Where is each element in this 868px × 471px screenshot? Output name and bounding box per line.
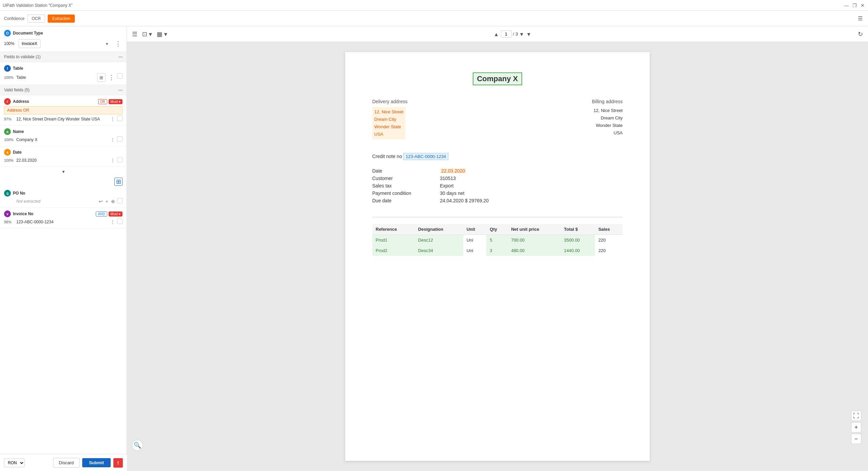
- po-no-undo-button[interactable]: ↩: [98, 198, 104, 205]
- page-separator: /: [513, 31, 514, 37]
- sales-tax-value: Export: [440, 183, 453, 188]
- restore-button[interactable]: ❐: [852, 3, 857, 8]
- qty-2: 3: [486, 245, 508, 256]
- discard-button[interactable]: Discard: [53, 458, 80, 468]
- ocr-tab[interactable]: OCR: [27, 15, 45, 23]
- layout-icon[interactable]: ⊡ ▾: [141, 29, 153, 39]
- menu-icon[interactable]: ☰: [131, 29, 138, 39]
- unit-price-2: 480.00: [508, 245, 560, 256]
- info-row-sales-tax: Sales tax Export: [372, 183, 623, 188]
- doc-type-select[interactable]: InvoiceX: [19, 39, 41, 48]
- language-select[interactable]: RON: [4, 458, 25, 467]
- invoice-no-actions: ⋮: [110, 219, 123, 225]
- invoice-no-checkbox[interactable]: [117, 219, 123, 224]
- company-name: Company X: [473, 72, 522, 85]
- des-2: Desc34: [415, 245, 463, 256]
- address-checkbox[interactable]: [117, 116, 123, 121]
- close-button[interactable]: ✕: [860, 3, 865, 8]
- sales-1: 220: [595, 235, 623, 246]
- credit-note-label: Credit note no: [372, 154, 402, 159]
- ref-2: Prod2: [372, 245, 415, 256]
- col-qty: Qty: [486, 224, 508, 235]
- left-panel: O Document Type 100% InvoiceX ▾ ⋮ Fields…: [0, 26, 127, 471]
- divider: [372, 217, 623, 217]
- next-page-button[interactable]: ▾: [526, 29, 531, 39]
- info-row-payment: Payment condition 30 days net: [372, 190, 623, 196]
- zoom-out-button[interactable]: −: [851, 434, 861, 444]
- credit-note-number: 123-ABC-0000-1234: [403, 153, 448, 160]
- table-grid-button[interactable]: ⊞: [97, 73, 106, 82]
- name-field-header: a Name: [4, 128, 123, 135]
- prev-page-button[interactable]: ▴: [494, 29, 499, 39]
- date-value: 22.03.2020: [16, 158, 108, 163]
- address-field: r Address OR Must ▾ Address OR 97% 12, N…: [0, 95, 127, 126]
- des-1: Desc12: [415, 235, 463, 246]
- po-no-circle-button[interactable]: ⊕: [110, 198, 116, 205]
- address-or-banner: Address OR: [4, 106, 123, 114]
- doc-type-confidence: 100%: [4, 41, 16, 46]
- date-checkbox[interactable]: [117, 157, 123, 162]
- name-checkbox[interactable]: [117, 136, 123, 142]
- info-table: Date 22.03.2020 Customer 310513 Sales ta…: [372, 168, 623, 203]
- date-actions: ⋮: [110, 157, 123, 164]
- po-no-add-button[interactable]: +: [105, 198, 109, 205]
- page-current-input[interactable]: [501, 30, 512, 38]
- table-field-value-row: 100% Table ⊞ ⋮: [4, 73, 123, 82]
- refresh-button[interactable]: ↻: [857, 29, 864, 39]
- expand-button[interactable]: ▾: [61, 168, 66, 175]
- date-label: Date: [372, 168, 440, 174]
- address-field-name: Address: [13, 99, 96, 104]
- customer-label: Customer: [372, 176, 440, 181]
- billing-address-label: Billing address: [497, 99, 623, 104]
- select-arrow-icon: ▾: [106, 41, 108, 46]
- view-icon[interactable]: ▦ ▾: [156, 29, 168, 39]
- zoom-in-button[interactable]: +: [851, 422, 861, 432]
- unit-2: Uni: [463, 245, 487, 256]
- sales-tax-label: Sales tax: [372, 183, 440, 188]
- doc-search-button[interactable]: 🔍: [132, 440, 143, 451]
- doc-type-title: Document Type: [13, 31, 43, 36]
- addresses-row: Delivery address 12, Nice StreetDream Ci…: [372, 99, 623, 139]
- doc-type-select-wrapper: InvoiceX ▾: [19, 39, 111, 48]
- name-badge: a: [4, 128, 11, 135]
- table-actions: ⊞ ⋮: [97, 73, 123, 82]
- page-dropdown-button[interactable]: ▾: [519, 29, 524, 39]
- document-area[interactable]: Company X Delivery address 12, Nice Stre…: [127, 42, 868, 471]
- fullscreen-button[interactable]: ⛶: [851, 411, 861, 421]
- address-must-tag[interactable]: Must ▾: [109, 99, 123, 104]
- viewer-toolbar-center: ▴ / 3 ▾ ▾: [171, 29, 854, 39]
- name-field-value-row: 100% Company X ⋮: [4, 136, 123, 143]
- submit-button[interactable]: Submit: [82, 458, 111, 467]
- date-more-button[interactable]: ⋮: [110, 157, 116, 164]
- valid-fields-label: Valid fields (5): [4, 88, 29, 92]
- add-field-button[interactable]: ⊞: [114, 178, 123, 186]
- filter-icon[interactable]: ☰: [856, 14, 864, 23]
- name-more-button[interactable]: ⋮: [110, 136, 116, 143]
- minimize-button[interactable]: —: [844, 3, 849, 8]
- po-no-value: Not extracted: [16, 199, 96, 204]
- address-more-button[interactable]: ⋮: [110, 116, 116, 122]
- table-checkbox[interactable]: [117, 73, 123, 78]
- billing-address-value: 12, Nice StreetDream CityWonder StateUSA: [497, 107, 623, 137]
- doc-type-more-button[interactable]: ⋮: [114, 39, 123, 48]
- page-total: 3: [515, 31, 518, 37]
- total-1: 3500.00: [561, 235, 595, 246]
- info-row-due: Due date 24.04.2020 $ 29769.20: [372, 198, 623, 203]
- extraction-tab[interactable]: Extraction: [48, 15, 74, 23]
- invoice-no-more-button[interactable]: ⋮: [110, 219, 116, 225]
- main-layout: O Document Type 100% InvoiceX ▾ ⋮ Fields…: [0, 26, 868, 471]
- doc-zoom-area: 🔍: [132, 440, 143, 451]
- error-button[interactable]: !: [113, 458, 123, 468]
- confidence-label: Confidence: [4, 16, 25, 21]
- po-no-field-header: q PO No: [4, 190, 123, 197]
- po-no-field-name: PO No: [13, 191, 123, 196]
- titlebar: UiPath Validation Station "Company X" — …: [0, 0, 868, 11]
- viewer-toolbar: ☰ ⊡ ▾ ▦ ▾ ▴ / 3 ▾ ▾ ↻: [127, 26, 868, 42]
- name-value: Company X: [16, 137, 108, 142]
- table-more-button[interactable]: ⋮: [107, 73, 116, 82]
- po-no-checkbox[interactable]: [117, 198, 123, 203]
- date-field-header: a Date: [4, 149, 123, 156]
- invoice-no-must-tag[interactable]: Must ▾: [109, 211, 123, 217]
- delivery-address-block: Delivery address 12, Nice StreetDream Ci…: [372, 99, 497, 139]
- date-badge: a: [4, 149, 11, 156]
